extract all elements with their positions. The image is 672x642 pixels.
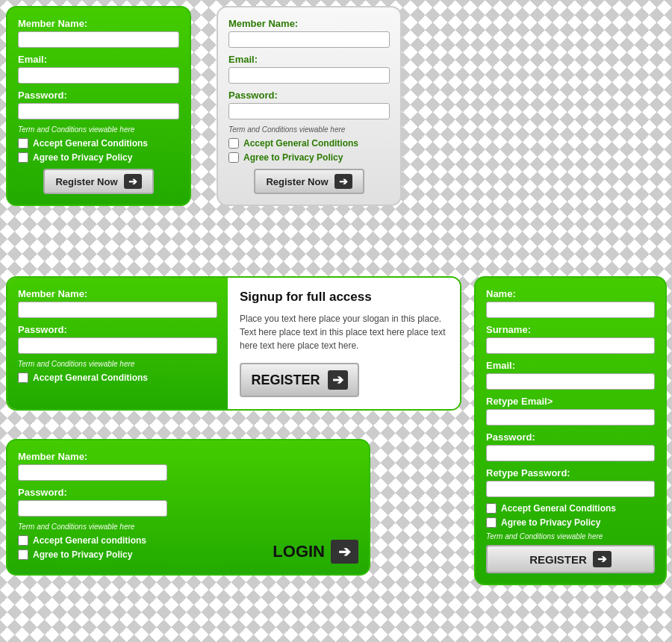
form2-member-name-label: Member Name: (228, 18, 390, 29)
form4-password-label: Password: (18, 487, 358, 498)
form4-member-name-input[interactable] (18, 464, 167, 481)
form5-accept-label: Accept General Conditions (501, 503, 616, 514)
form5-agree-checkbox[interactable] (486, 517, 497, 528)
form4-terms-text: Term and Conditions viewable here (18, 523, 358, 531)
form2-register-label: Register Now (266, 176, 328, 187)
form5-terms-text: Term and Conditions viewable here (486, 532, 655, 540)
form1-agree-label: Agree to Privacy Policy (33, 152, 132, 163)
form2-container: Member Name: Email: Password: Term and C… (217, 6, 402, 206)
form3-container: Member Name: Password: Term and Conditio… (6, 276, 461, 411)
form5-email-label: Email: (486, 360, 655, 371)
form1-container: Member Name: Email: Password: Term and C… (6, 6, 191, 206)
form3-terms-text: Term and Conditions viewable here (18, 360, 217, 368)
form3-accept-label: Accept General Conditions (33, 373, 148, 383)
form5-arrow-icon: ➔ (593, 551, 612, 567)
form5-retype-password-label: Retype Password: (486, 467, 655, 479)
form3-accept-row: Accept General Conditions (18, 373, 217, 383)
form3-member-name-input[interactable] (18, 302, 217, 318)
form1-accept-checkbox[interactable] (18, 138, 28, 149)
form1-accept-row: Accept General Conditions (18, 138, 179, 149)
form5-agree-label: Agree to Privacy Policy (501, 517, 600, 528)
form4-accept-label: Accept General conditions (33, 535, 146, 546)
form1-register-label: Register Now (55, 176, 117, 187)
form2-agree-row: Agree to Privacy Policy (228, 152, 390, 163)
form3-arrow-icon: ➔ (328, 370, 348, 390)
form4-accept-checkbox[interactable] (18, 535, 28, 546)
form3-accept-checkbox[interactable] (18, 373, 28, 383)
form3-password-label: Password: (18, 324, 217, 335)
form4-container: Member Name: Password: Term and Conditio… (6, 439, 370, 576)
form5-accept-row: Accept General Conditions (486, 503, 655, 514)
form5-password-label: Password: (486, 431, 655, 443)
form2-arrow-icon: ➔ (335, 174, 352, 189)
form1-agree-row: Agree to Privacy Policy (18, 152, 179, 163)
form1-member-name-input[interactable] (18, 31, 179, 48)
form2-accept-row: Accept General Conditions (228, 138, 390, 149)
form1-email-input[interactable] (18, 67, 179, 84)
form3-body-text: Place you text here place your slogan in… (240, 312, 448, 352)
form2-agree-checkbox[interactable] (228, 152, 239, 163)
form4-login-button[interactable]: LOGIN ➔ (273, 540, 358, 564)
form2-terms-text: Term and Conditions viewable here (228, 125, 390, 134)
form4-agree-label: Agree to Privacy Policy (33, 549, 132, 560)
form3-register-label: REGISTER (252, 373, 320, 388)
form5-register-label: REGISTER (529, 553, 587, 566)
form5-retype-email-label: Retype Email> (486, 396, 655, 407)
form1-terms-text: Term and Conditions viewable here (18, 125, 179, 134)
form4-login-label: LOGIN (273, 542, 325, 561)
form1-agree-checkbox[interactable] (18, 152, 28, 163)
form3-register-button[interactable]: REGISTER ➔ (240, 363, 359, 397)
form5-retype-email-input[interactable] (486, 409, 655, 426)
form3-left-panel: Member Name: Password: Term and Conditio… (7, 278, 228, 409)
form3-heading: Signup for full access (240, 290, 448, 305)
form1-password-input[interactable] (18, 103, 179, 119)
form5-surname-input[interactable] (486, 337, 655, 354)
form2-accept-checkbox[interactable] (228, 138, 239, 149)
form5-password-input[interactable] (486, 445, 655, 461)
form3-password-input[interactable] (18, 337, 217, 354)
form2-register-button[interactable]: Register Now ➔ (254, 169, 364, 194)
form1-arrow-icon: ➔ (124, 174, 142, 189)
form2-password-input[interactable] (228, 103, 390, 119)
form4-arrow-icon: ➔ (331, 540, 358, 564)
form4-agree-row: Agree to Privacy Policy (18, 549, 146, 560)
form2-password-label: Password: (228, 90, 390, 101)
form1-register-button[interactable]: Register Now ➔ (43, 169, 153, 194)
form5-email-input[interactable] (486, 373, 655, 390)
form5-register-button[interactable]: REGISTER ➔ (486, 545, 655, 573)
form1-password-label: Password: (18, 90, 179, 101)
form5-surname-label: Surname: (486, 324, 655, 335)
form5-accept-checkbox[interactable] (486, 503, 497, 514)
form2-agree-label: Agree to Privacy Policy (243, 152, 343, 163)
form3-member-name-label: Member Name: (18, 288, 217, 299)
form4-agree-checkbox[interactable] (18, 549, 28, 560)
form2-member-name-input[interactable] (228, 31, 390, 48)
form4-password-input[interactable] (18, 500, 167, 517)
form5-retype-password-input[interactable] (486, 481, 655, 497)
form1-accept-label: Accept General Conditions (33, 138, 148, 149)
form5-container: Name: Surname: Email: Retype Email> Pass… (474, 276, 667, 585)
form1-email-label: Email: (18, 54, 179, 65)
form2-email-input[interactable] (228, 67, 390, 84)
form5-name-input[interactable] (486, 302, 655, 318)
form5-agree-row: Agree to Privacy Policy (486, 517, 655, 528)
form3-right-panel: Signup for full access Place you text he… (228, 278, 460, 409)
form5-name-label: Name: (486, 288, 655, 299)
form2-accept-label: Accept General Conditions (243, 138, 358, 149)
form1-member-name-label: Member Name: (18, 18, 179, 29)
form4-member-name-label: Member Name: (18, 451, 358, 462)
form2-email-label: Email: (228, 54, 390, 65)
form4-accept-row: Accept General conditions (18, 535, 146, 546)
